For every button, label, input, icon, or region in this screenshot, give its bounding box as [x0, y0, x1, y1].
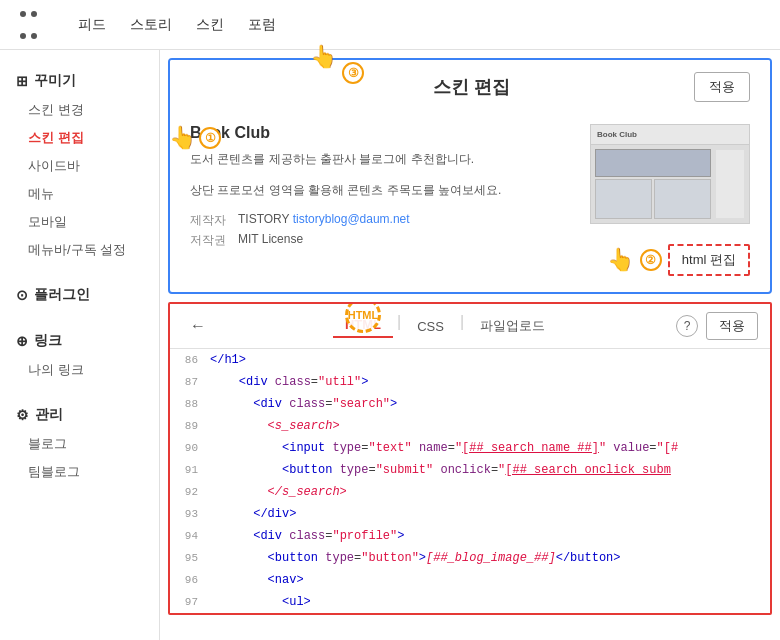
tab-divider-1: | [397, 313, 401, 339]
sidebar-item-menu[interactable]: 메뉴 [0, 180, 159, 208]
editor-back-button[interactable]: ← [182, 315, 214, 337]
skin-editor-header: 스킨 편집 적용 [170, 60, 770, 114]
editor-toolbar: ← HTML HTML | CSS | 파일업로드 👆 ③ ? [170, 304, 770, 349]
skin-info: Book Club 도서 콘텐츠를 제공하는 출판사 블로그에 추천합니다. 상… [170, 114, 770, 292]
sidebar-section-title-manage: ⚙ 관리 [0, 400, 159, 430]
annotation-badge-2: ② [640, 249, 662, 271]
sidebar-item-mobile[interactable]: 모바일 [0, 208, 159, 236]
nav-item-skin[interactable]: 스킨 [196, 12, 224, 38]
editor-apply-button[interactable]: 적용 [706, 312, 758, 340]
annotation-badge-1: ① [199, 127, 221, 149]
tab-divider-2: | [460, 313, 464, 339]
logo [20, 11, 48, 39]
skin-apply-button[interactable]: 적용 [694, 72, 750, 102]
sidebar-item-blog[interactable]: 블로그 [0, 430, 159, 458]
skin-info-text: Book Club 도서 콘텐츠를 제공하는 출판사 블로그에 추천합니다. 상… [190, 124, 570, 276]
code-line-96: 96 <nav> [170, 569, 770, 591]
skin-preview: Book Club [590, 124, 750, 276]
code-line-89: 89 <s_search> [170, 415, 770, 437]
sidebar-item-my-link[interactable]: 나의 링크 [0, 356, 159, 384]
license-value: MIT License [238, 232, 303, 249]
link-icon: ⊕ [16, 333, 28, 349]
content-area: 스킨 편집 적용 Book Club 도서 콘텐츠를 제공하는 출판사 블로그에… [160, 50, 780, 640]
nav-item-forum[interactable]: 포럼 [248, 12, 276, 38]
sidebar-section-title-link: ⊕ 링크 [0, 326, 159, 356]
skin-editor-title: 스킨 편집 [250, 75, 694, 99]
author-value: TISTORY tistoryblog@daum.net [238, 212, 410, 229]
tab-fileupload[interactable]: 파일업로드 [468, 313, 557, 339]
sidebar-section-design: ⊞ 꾸미기 스킨 변경 스킨 편집 👆 ① 사이드바 메뉴 모바일 메뉴바/구독… [0, 66, 159, 264]
sidebar-section-title-design: ⊞ 꾸미기 [0, 66, 159, 96]
author-email[interactable]: tistoryblog@daum.net [293, 212, 410, 226]
nav-items: 피드 스토리 스킨 포럼 [78, 12, 276, 38]
skin-desc-1: 도서 콘텐츠를 제공하는 출판사 블로그에 추천합니다. [190, 150, 570, 169]
sidebar-item-skin-change[interactable]: 스킨 변경 [0, 96, 159, 124]
code-line-91: 91 <button type="submit" onclick="[##_se… [170, 459, 770, 481]
author-label: 제작자 [190, 212, 230, 229]
code-line-87: 87 <div class="util"> [170, 371, 770, 393]
code-line-97: 97 <ul> [170, 591, 770, 613]
sidebar-item-teamblog[interactable]: 팀블로그 [0, 458, 159, 486]
code-line-94: 94 <div class="profile"> [170, 525, 770, 547]
editor-help-button[interactable]: ? [676, 315, 698, 337]
skin-name: Book Club [190, 124, 570, 142]
html-edit-button[interactable]: html 편집 [668, 244, 750, 276]
tab-css[interactable]: CSS [405, 313, 456, 339]
sidebar-section-link: ⊕ 링크 나의 링크 [0, 326, 159, 384]
code-line-92: 92 </s_search> [170, 481, 770, 503]
license-label: 저작권 [190, 232, 230, 249]
top-nav: 피드 스토리 스킨 포럼 [0, 0, 780, 50]
nav-item-feed[interactable]: 피드 [78, 12, 106, 38]
skin-desc-2: 상단 프로모션 영역을 활용해 콘텐츠 주목도를 높여보세요. [190, 181, 570, 200]
sidebar-section-title-plugin: ⊙ 플러그인 [0, 280, 159, 310]
sidebar-item-sidebar[interactable]: 사이드바 [0, 152, 159, 180]
sidebar-section-plugin: ⊙ 플러그인 [0, 280, 159, 310]
sidebar-item-skin-edit[interactable]: 스킨 편집 👆 ① [0, 124, 159, 152]
code-editor[interactable]: 86 </h1> 87 <div class="util"> 88 <div c… [170, 349, 770, 613]
sidebar-item-menubar[interactable]: 메뉴바/구독 설정 [0, 236, 159, 264]
layout-icon: ⊞ [16, 73, 28, 89]
skin-editor-panel: 스킨 편집 적용 Book Club 도서 콘텐츠를 제공하는 출판사 블로그에… [168, 58, 772, 294]
nav-item-story[interactable]: 스토리 [130, 12, 172, 38]
code-line-90: 90 <input type="text" name="[##_search_n… [170, 437, 770, 459]
code-line-95: 95 <button type="button">[##_blog_image_… [170, 547, 770, 569]
sidebar-section-manage: ⚙ 관리 블로그 팀블로그 [0, 400, 159, 486]
settings-icon: ⚙ [16, 407, 29, 423]
code-line-88: 88 <div class="search"> [170, 393, 770, 415]
code-line-93: 93 </div> [170, 503, 770, 525]
html-editor-section: ← HTML HTML | CSS | 파일업로드 👆 ③ ? [168, 302, 772, 615]
skin-preview-image: Book Club [590, 124, 750, 224]
sidebar: ⊞ 꾸미기 스킨 변경 스킨 편집 👆 ① 사이드바 메뉴 모바일 메뉴바/구독… [0, 50, 160, 640]
editor-tabs: HTML HTML | CSS | 파일업로드 [222, 313, 668, 339]
code-line-86: 86 </h1> [170, 349, 770, 371]
skin-meta: 제작자 TISTORY tistoryblog@daum.net 저작권 MIT… [190, 212, 570, 249]
plugin-icon: ⊙ [16, 287, 28, 303]
